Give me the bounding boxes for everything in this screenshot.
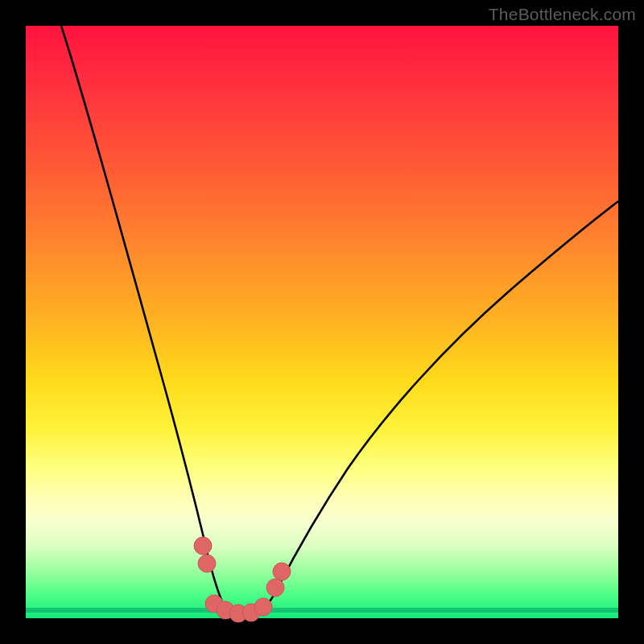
bottleneck-curve <box>61 26 618 617</box>
outer-frame: TheBottleneck.com <box>0 0 644 644</box>
marker-dot <box>266 579 284 597</box>
chart-svg <box>26 26 618 618</box>
watermark-text: TheBottleneck.com <box>489 5 636 24</box>
marker-dot <box>198 555 216 572</box>
marker-dot <box>273 563 291 580</box>
marker-dot <box>254 598 272 616</box>
marker-dot <box>194 537 212 555</box>
plot-area <box>26 26 618 618</box>
